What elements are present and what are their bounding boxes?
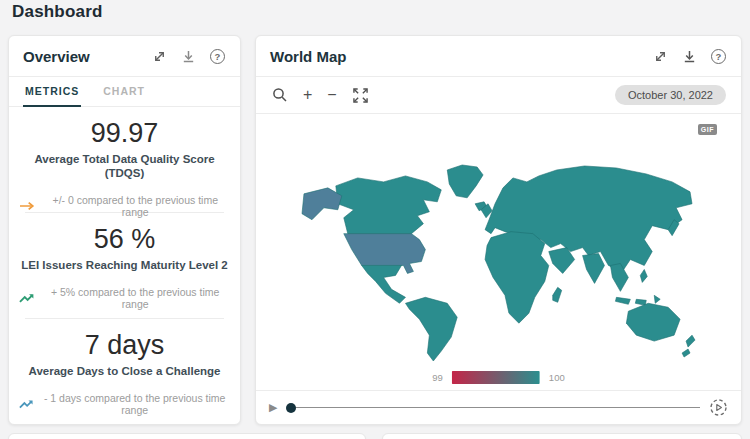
map-toolbar: + − October 30, 2022 <box>256 76 741 114</box>
world-map-card-title: World Map <box>270 48 640 65</box>
tab-metrics[interactable]: METRICS <box>23 77 81 107</box>
expand-icon[interactable] <box>652 48 669 65</box>
legend-gradient-bar <box>452 371 540 384</box>
metric-maturity: 56 % LEI Issuers Reaching Maturity Level… <box>9 213 240 312</box>
metric-trend-text: + 5% compared to the previous time range <box>40 286 230 310</box>
world-map[interactable] <box>300 158 698 365</box>
partial-card-bottom-right <box>382 433 742 439</box>
flat-trend-icon <box>19 201 35 211</box>
map-legend: 99 100 <box>432 371 564 384</box>
help-icon-glyph: ? <box>711 49 726 64</box>
legend-min-label: 99 <box>432 372 443 383</box>
tab-chart[interactable]: CHART <box>101 77 147 107</box>
overview-tabs: METRICS CHART <box>9 76 240 107</box>
help-icon[interactable]: ? <box>710 48 727 65</box>
expand-icon[interactable] <box>151 48 168 65</box>
metric-label: LEI Issuers Reaching Maturity Level 2 <box>19 258 230 272</box>
metric-trend: - 1 days compared to the previous time r… <box>19 392 230 416</box>
metric-tdqs: 99.97 Average Total Data Quality Score (… <box>9 107 240 206</box>
up-trend-icon <box>19 398 33 410</box>
legend-max-label: 100 <box>549 372 565 383</box>
download-icon[interactable] <box>180 48 197 65</box>
metric-label: Average Total Data Quality Score (TDQS) <box>19 152 230 181</box>
play-icon[interactable]: ▶ <box>269 402 277 413</box>
overview-card: Overview ? METRICS CHART 99.97 Average T… <box>8 35 241 425</box>
page-title: Dashboard <box>12 2 103 22</box>
metric-trend-text: - 1 days compared to the previous time r… <box>39 392 230 416</box>
zoom-out-icon[interactable]: − <box>327 87 336 103</box>
search-zoom-icon[interactable] <box>271 87 288 104</box>
metric-label: Average Days to Close a Challenge <box>19 364 230 378</box>
help-icon[interactable]: ? <box>209 48 226 65</box>
slider-track[interactable] <box>290 407 700 409</box>
country-alaska <box>301 188 341 220</box>
help-icon-glyph: ? <box>210 49 225 64</box>
fullscreen-icon[interactable] <box>352 87 369 104</box>
timeline-slider[interactable] <box>286 402 700 414</box>
map-area[interactable]: GIF <box>256 114 741 390</box>
up-trend-icon <box>19 292 34 304</box>
replay-icon[interactable] <box>709 398 728 417</box>
metric-trend: +/- 0 compared to the previous time rang… <box>19 194 230 218</box>
metric-challenge-days: 7 days Average Days to Close a Challenge… <box>9 319 240 418</box>
metric-trend-text: +/- 0 compared to the previous time rang… <box>41 194 230 218</box>
metric-value: 99.97 <box>19 119 230 149</box>
date-selector[interactable]: October 30, 2022 <box>615 85 726 105</box>
world-landmasses <box>301 165 694 361</box>
partial-card-bottom-left <box>8 433 366 439</box>
metric-value: 56 % <box>19 225 230 255</box>
gif-export-icon[interactable]: GIF <box>698 124 717 135</box>
timeline-player: ▶ <box>256 390 741 424</box>
overview-card-header: Overview ? <box>9 36 240 76</box>
metric-value: 7 days <box>19 331 230 361</box>
slider-handle[interactable] <box>286 403 296 413</box>
zoom-in-icon[interactable]: + <box>303 87 312 103</box>
world-map-card-header: World Map ? <box>256 36 741 76</box>
overview-card-title: Overview <box>23 48 139 65</box>
world-map-card: World Map ? + − <box>255 35 742 425</box>
download-icon[interactable] <box>681 48 698 65</box>
metric-trend: + 5% compared to the previous time range <box>19 286 230 310</box>
